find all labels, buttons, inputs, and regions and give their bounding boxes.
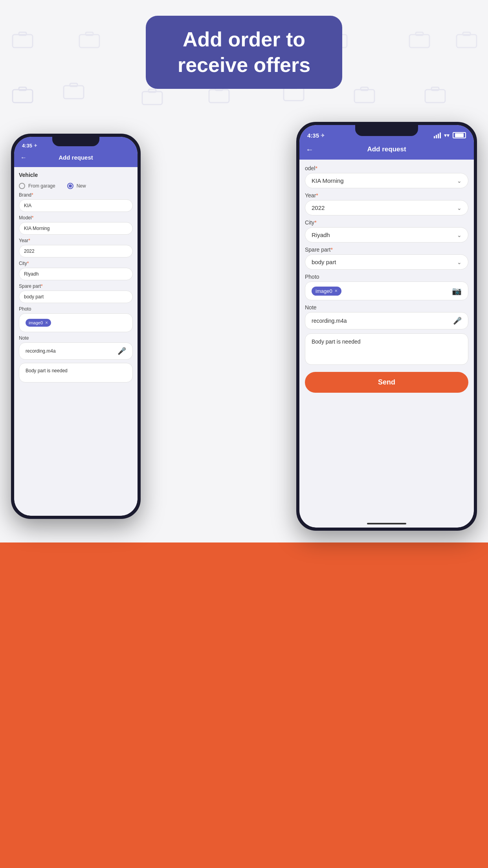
city-label-left: City*	[19, 261, 133, 266]
photo-tag-close-left[interactable]: ×	[45, 320, 48, 326]
year-value-right: 2022	[312, 204, 325, 211]
send-button-right[interactable]: Send	[305, 372, 468, 393]
city-label-right: City*	[305, 219, 468, 226]
year-chevron-right: ⌄	[457, 205, 462, 211]
spare-part-value-right: body part	[312, 259, 336, 265]
note-input-right[interactable]: recording.m4a 🎤	[305, 312, 468, 329]
signal-bar-1	[434, 136, 435, 138]
textarea-left[interactable]: Body part is needed	[19, 363, 133, 383]
brand-input-left[interactable]: KIA	[19, 199, 133, 212]
photo-group-right: Photo image0 × 📷	[305, 274, 468, 300]
form-inner-left: Vehicle From garage New Brand*	[14, 167, 138, 387]
note-group-left: Note recording.m4a 🎤	[19, 335, 133, 360]
year-group-right: Year* 2022 ⌄	[305, 192, 468, 215]
city-value-left: Riyadh	[24, 271, 39, 277]
model-value-right: KIA Morning	[312, 177, 344, 184]
brand-value-left: KIA	[24, 203, 31, 208]
photo-field-left[interactable]: image0 ×	[19, 313, 133, 332]
city-chevron-right: ⌄	[457, 232, 462, 238]
city-input-left[interactable]: Riyadh	[19, 268, 133, 280]
photo-tag-text-right: image0	[316, 288, 332, 294]
note-label-right: Note	[305, 304, 468, 311]
brand-group-left: Brand* KIA	[19, 192, 133, 212]
mic-icon-left[interactable]: 🎤	[117, 347, 126, 355]
textarea-text-right: Body part is needed	[312, 338, 361, 345]
wifi-icon-right: ▾▾	[444, 132, 449, 138]
model-label-right: odel*	[305, 165, 468, 171]
note-input-left[interactable]: recording.m4a 🎤	[19, 342, 133, 360]
textarea-text-left: Body part is needed	[26, 368, 68, 373]
app-header-right: ← Add request	[299, 142, 474, 160]
signal-bar-2	[436, 135, 437, 138]
back-button-right[interactable]: ←	[306, 145, 314, 154]
radio-garage-label: From garage	[28, 183, 55, 189]
photo-group-left: Photo image0 ×	[19, 306, 133, 332]
camera-icon-right[interactable]: 📷	[452, 286, 462, 296]
app-header-left: ← Add request	[14, 151, 138, 167]
home-bar	[367, 523, 406, 524]
textarea-right[interactable]: Body part is needed	[305, 333, 468, 365]
mic-icon-right[interactable]: 🎤	[453, 316, 462, 325]
spare-part-group-right: Spare part* body part ⌄	[305, 246, 468, 270]
photo-field-right[interactable]: image0 × 📷	[305, 281, 468, 300]
radio-garage-left[interactable]: From garage	[19, 183, 55, 189]
photo-label-left: Photo	[19, 306, 133, 312]
header-banner: Add order to receive offers	[146, 16, 342, 89]
back-button-left[interactable]: ←	[20, 154, 27, 161]
phone-left: 4:35 ✈ ← Add request Vehicle From garage	[11, 134, 141, 519]
radio-circle-garage[interactable]	[19, 183, 25, 189]
nav-title-left: Add request	[59, 154, 93, 161]
note-value-left: recording.m4a	[26, 348, 56, 354]
banner-title: Add order to receive offers	[169, 27, 319, 78]
year-value-left: 2022	[24, 248, 35, 254]
nav-title-right: Add request	[367, 145, 406, 153]
year-group-left: Year* 2022	[19, 238, 133, 257]
photo-tag-right[interactable]: image0 ×	[312, 287, 341, 296]
year-label-right: Year*	[305, 192, 468, 199]
model-group-right: odel* KIA Morning ⌄	[305, 165, 468, 188]
model-input-left[interactable]: KIA Morning	[19, 222, 133, 235]
spare-part-input-right[interactable]: body part ⌄	[305, 254, 468, 270]
screen-right: 4:35 ✈ ▾▾ ← Add request	[299, 125, 474, 528]
radio-group-left: From garage New	[19, 183, 133, 189]
spare-part-label-left: Spare part*	[19, 283, 133, 289]
year-input-right[interactable]: 2022 ⌄	[305, 200, 468, 215]
time-left: 4:35	[22, 143, 32, 149]
model-chevron-right: ⌄	[457, 178, 462, 184]
note-value-right: recording.m4a	[312, 318, 347, 324]
screen-left: 4:35 ✈ ← Add request Vehicle From garage	[14, 137, 138, 516]
year-input-left[interactable]: 2022	[19, 245, 133, 257]
city-group-left: City* Riyadh	[19, 261, 133, 280]
year-label-left: Year*	[19, 238, 133, 243]
signal-bar-4	[440, 132, 441, 138]
home-indicator-right	[299, 520, 474, 528]
radio-circle-new[interactable]	[67, 183, 73, 189]
signal-bar-3	[438, 134, 439, 138]
model-input-right[interactable]: KIA Morning ⌄	[305, 173, 468, 188]
form-scroll-right: odel* KIA Morning ⌄ Year* 2022 ⌄	[299, 160, 474, 520]
status-icons-right: ▾▾	[434, 132, 466, 138]
form-scroll-left: Vehicle From garage New Brand*	[14, 167, 138, 516]
background-bottom	[0, 542, 488, 868]
notch-right	[355, 125, 418, 136]
city-value-right: Riyadh	[312, 232, 330, 238]
photo-tag-close-right[interactable]: ×	[335, 288, 338, 294]
radio-new-left[interactable]: New	[67, 183, 86, 189]
time-right: 4:35	[307, 132, 319, 139]
spare-part-value-left: body part	[24, 294, 44, 300]
form-inner-right: odel* KIA Morning ⌄ Year* 2022 ⌄	[299, 160, 474, 401]
city-input-right[interactable]: Riyadh ⌄	[305, 227, 468, 243]
notch-left	[52, 137, 99, 146]
spare-part-input-left[interactable]: body part	[19, 291, 133, 303]
vehicle-section-title: Vehicle	[19, 172, 133, 178]
photo-tag-left[interactable]: image0 ×	[26, 319, 51, 327]
spare-part-chevron-right: ⌄	[457, 259, 462, 265]
battery-icon-right	[453, 132, 466, 138]
signal-bars-right	[434, 132, 441, 138]
photo-tag-text-left: image0	[29, 320, 43, 325]
note-group-right: Note recording.m4a 🎤	[305, 304, 468, 329]
spare-part-group-left: Spare part* body part	[19, 283, 133, 303]
note-label-left: Note	[19, 335, 133, 341]
brand-label-left: Brand*	[19, 192, 133, 198]
model-group-left: Model* KIA Morning	[19, 215, 133, 235]
